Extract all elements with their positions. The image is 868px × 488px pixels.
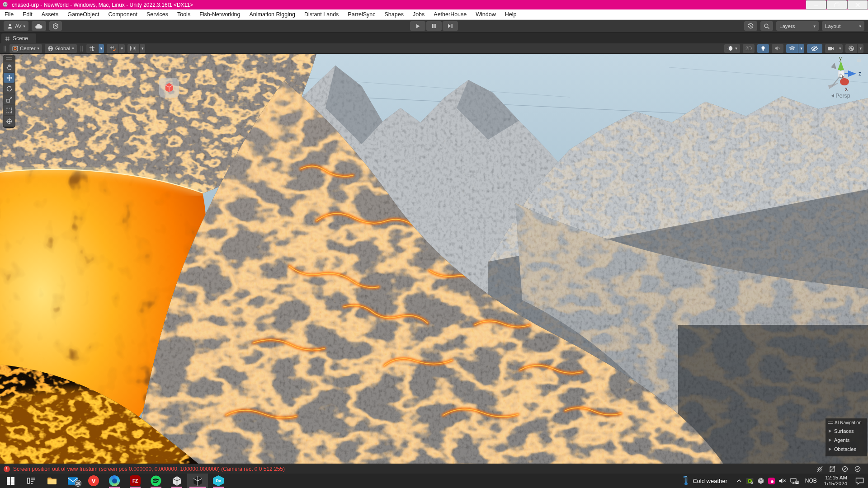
menu-item[interactable]: Shapes <box>380 9 408 19</box>
2d-toggle[interactable]: 2D <box>743 44 755 53</box>
menu-item[interactable]: Animation Rigging <box>245 9 299 19</box>
rotate-tool[interactable] <box>4 84 14 94</box>
menu-item[interactable]: Services <box>142 9 173 19</box>
shading-mode-dropdown[interactable]: ▾ <box>724 44 740 53</box>
ai-navigation-section[interactable]: Surfaces <box>828 427 864 436</box>
menu-item[interactable]: ParrelSync <box>343 9 380 19</box>
transform-tool[interactable] <box>4 116 14 126</box>
menu-item[interactable]: Assets <box>37 9 63 19</box>
debug-off-icon[interactable] <box>815 465 825 473</box>
rect-tool[interactable] <box>4 105 14 115</box>
pause-button[interactable] <box>426 21 442 31</box>
grid-visibility-toggle[interactable] <box>86 44 98 53</box>
effects-dropdown[interactable]: ▾ <box>798 44 804 53</box>
menu-item[interactable]: Jobs <box>408 9 429 19</box>
close-button[interactable] <box>847 0 868 9</box>
notification-center-button[interactable] <box>851 474 868 488</box>
pivot-mode-dropdown[interactable]: Center ▾ <box>9 44 42 53</box>
restore-button[interactable] <box>826 0 847 9</box>
scale-tool[interactable] <box>4 94 14 104</box>
gizmo-z-label[interactable]: z <box>859 70 861 77</box>
weather-widget[interactable]: Cold weather <box>677 474 734 488</box>
account-dropdown[interactable]: AV ▾ <box>4 21 28 31</box>
hidden-objects-toggle[interactable] <box>807 44 822 53</box>
tray-chevron-up[interactable] <box>734 474 745 488</box>
layers-dropdown[interactable]: Layers ▾ <box>776 21 819 31</box>
orientation-gizmo[interactable]: y z x Persp <box>819 56 863 99</box>
menu-item[interactable]: File <box>0 9 18 19</box>
drag-handle[interactable] <box>4 46 6 52</box>
snap-increment-dropdown[interactable]: ▾ <box>140 44 146 53</box>
gizmos-toggle[interactable] <box>845 44 857 53</box>
projection-toggle[interactable]: Persp <box>819 93 863 99</box>
audio-mute-toggle[interactable] <box>772 44 783 53</box>
menu-item[interactable]: GameObject <box>63 9 104 19</box>
gizmos-dropdown[interactable]: ▾ <box>858 44 863 53</box>
gizmo-y-label[interactable]: y <box>839 56 842 61</box>
undo-history-button[interactable] <box>744 21 757 31</box>
snap-increment-toggle[interactable] <box>127 44 139 53</box>
move-tool[interactable] <box>4 73 14 83</box>
clock[interactable]: 12:15 AM 1/15/2024 <box>821 475 851 487</box>
layout-dropdown[interactable]: Layout ▾ <box>822 21 864 31</box>
menu-item[interactable]: Fish-Networking <box>195 9 245 19</box>
search-button[interactable] <box>760 21 773 31</box>
menu-item[interactable]: Tools <box>173 9 195 19</box>
spotify-button[interactable] <box>146 474 166 488</box>
start-button[interactable] <box>0 474 21 488</box>
console-error-message[interactable]: Screen position out of view frustum (scr… <box>13 466 285 472</box>
scene-lighting-toggle[interactable] <box>757 44 769 53</box>
menu-item[interactable]: Window <box>471 9 500 19</box>
edge-button[interactable] <box>104 474 125 488</box>
ai-navigation-section[interactable]: Obstacles <box>828 445 864 454</box>
spotify-icon <box>151 475 161 486</box>
lock-icon[interactable] <box>857 57 861 62</box>
minimize-button[interactable] <box>806 0 826 9</box>
check-circle-icon[interactable] <box>853 465 863 473</box>
scene-viewport[interactable]: y z x Persp <box>0 54 868 464</box>
menu-item[interactable]: AetherHouse <box>429 9 471 19</box>
menu-item[interactable]: Help <box>500 9 521 19</box>
language-indicator[interactable]: NOB <box>802 478 821 484</box>
menu-item[interactable]: Component <box>104 9 142 19</box>
davinci-button[interactable]: Dv <box>208 474 229 488</box>
gizmo-x-label[interactable]: x <box>845 86 848 92</box>
collab-off-icon[interactable] <box>840 465 850 473</box>
settings-button[interactable] <box>49 21 62 31</box>
grid-snapping-dropdown[interactable]: ▾ <box>119 44 125 53</box>
grid-visibility-dropdown[interactable]: ▾ <box>99 44 104 53</box>
cloud-icon <box>35 23 43 29</box>
unity-hub-button[interactable] <box>166 474 187 488</box>
ai-navigation-header[interactable]: AI Navigation <box>828 420 864 425</box>
drag-handle[interactable] <box>80 46 83 52</box>
cache-off-icon[interactable] <box>827 465 837 473</box>
tools-drag-handle[interactable] <box>6 57 12 60</box>
section-label: Obstacles <box>834 446 856 452</box>
step-button[interactable] <box>443 21 458 31</box>
orientation-dropdown[interactable]: Global ▾ <box>45 44 77 53</box>
hand-tool[interactable] <box>4 62 14 72</box>
filezilla-button[interactable]: FZ <box>125 474 146 488</box>
status-bar: ! Screen position out of view frustum (s… <box>0 464 868 474</box>
ai-navigation-section[interactable]: Agents <box>828 436 864 445</box>
file-explorer-button[interactable] <box>42 474 62 488</box>
tab-scene[interactable]: Scene <box>1 33 36 43</box>
unity-editor-button[interactable] <box>187 474 208 488</box>
mail-button[interactable]: 26 <box>62 474 83 488</box>
task-view-button[interactable] <box>21 474 42 488</box>
nvidia-tray-icon[interactable] <box>745 474 755 488</box>
menu-item[interactable]: Distant Lands <box>300 9 343 19</box>
cloud-services-button[interactable] <box>32 21 46 31</box>
volume-muted-icon[interactable] <box>777 474 788 488</box>
menu-item[interactable]: Edit <box>18 9 37 19</box>
play-button[interactable] <box>410 21 425 31</box>
effects-toggle[interactable] <box>786 44 798 53</box>
vivaldi-button[interactable]: V <box>83 474 104 488</box>
pink-app-tray-icon[interactable] <box>766 474 777 488</box>
unity-tray-icon[interactable] <box>755 474 766 488</box>
camera-dropdown[interactable]: ▾ <box>837 44 843 53</box>
grid-snapping-toggle[interactable] <box>107 44 118 53</box>
camera-settings-button[interactable] <box>825 44 837 53</box>
network-icon[interactable] <box>788 474 802 488</box>
undo-history-icon <box>747 23 754 29</box>
